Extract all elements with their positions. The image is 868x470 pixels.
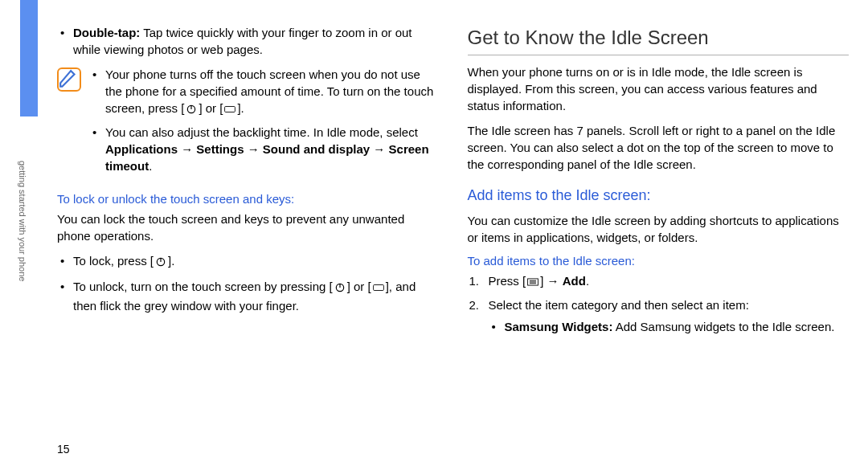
gesture-item-double-tap: Double-tap: Tap twice quickly with your …: [57, 24, 439, 58]
power-icon: [186, 102, 197, 119]
double-tap-label: Double-tap:: [73, 26, 140, 39]
lock-step-2: To unlock, turn on the touch screen by p…: [57, 278, 439, 314]
page-number: 15: [57, 443, 70, 456]
note-icon: [57, 67, 81, 92]
idle-para-2: The Idle screen has 7 panels. Scroll lef…: [468, 122, 850, 173]
lock-step-1: To lock, press [].: [57, 252, 439, 272]
section-title-idle: Get to Know the Idle Screen: [468, 24, 850, 55]
lock-steps: To lock, press []. To unlock, turn on th…: [57, 252, 439, 314]
category-samsung-widgets: Samsung Widgets: Add Samsung widgets to …: [489, 318, 850, 335]
lock-heading: To lock or unlock the touch screen and k…: [57, 192, 439, 206]
power-icon: [334, 280, 346, 297]
note-item-1: Your phone turns off the touch screen wh…: [89, 66, 439, 119]
add-items-para: You can customize the Idle screen by add…: [468, 212, 850, 246]
side-tab: [20, 0, 38, 116]
lock-description: You can lock the touch screen and keys t…: [57, 210, 439, 244]
idle-para-1: When your phone turns on or is in Idle m…: [468, 63, 850, 114]
home-key-icon: [373, 280, 384, 297]
home-key-icon: [224, 102, 235, 119]
add-step-2: Select the item category and then select…: [468, 296, 850, 335]
add-items-steps: Press [] → Add. Select the item category…: [468, 272, 850, 335]
svg-rect-2: [225, 107, 235, 112]
add-items-heading: Add items to the Idle screen:: [468, 186, 850, 206]
add-step-1: Press [] → Add.: [468, 272, 850, 292]
page-content: Double-tap: Tap twice quickly with your …: [57, 24, 849, 430]
item-categories: Samsung Widgets: Add Samsung widgets to …: [489, 318, 850, 335]
menu-icon: [527, 275, 538, 292]
side-label: getting started with your phone: [18, 161, 27, 281]
svg-rect-7: [373, 285, 383, 291]
power-icon: [155, 255, 166, 272]
note-item-2: You can also adjust the backlight time. …: [89, 124, 439, 174]
add-items-subheading: To add items to the Idle screen:: [468, 254, 850, 268]
gesture-list: Double-tap: Tap twice quickly with your …: [57, 24, 439, 58]
note-content: Your phone turns off the touch screen wh…: [89, 66, 439, 179]
note-box: Your phone turns off the touch screen wh…: [57, 66, 439, 179]
